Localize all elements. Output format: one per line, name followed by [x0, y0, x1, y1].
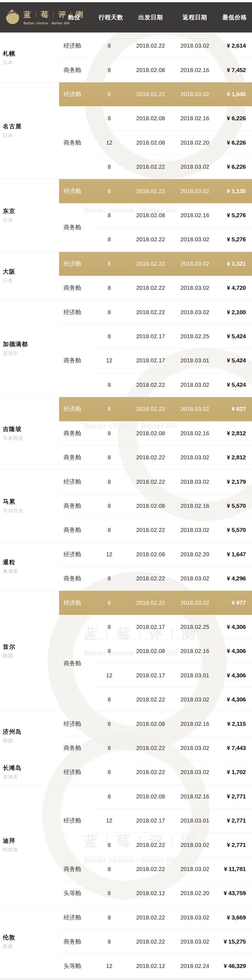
cabin-group-label: 商务舱	[63, 356, 81, 364]
table-row: 82018.02.172018.02.25¥ 4,306	[0, 615, 252, 639]
fare-table: 经济舱82018.02.222018.03.02¥ 2,614商务舱82018.…	[0, 33, 252, 978]
cabin-cell: 商务舱	[63, 502, 81, 510]
footer-strip	[0, 978, 252, 980]
destination-country: 韩国	[3, 653, 16, 659]
trip-days-cell: 8	[108, 600, 111, 606]
cabin-group-label: 商务舱	[63, 659, 81, 667]
depart-date-cell: 2018.02.08	[136, 115, 165, 122]
separator: 丨	[33, 11, 39, 18]
depart-date-cell: 2018.02.22	[136, 164, 165, 170]
trip-days-cell: 8	[108, 624, 111, 630]
price-cell: ¥ 2,812	[227, 454, 246, 461]
price-cell: ¥ 4,296	[227, 575, 246, 582]
depart-date-cell: 2018.02.08	[136, 67, 165, 73]
destination-label: 迪拜阿联酋	[3, 837, 19, 853]
row-divider	[59, 929, 252, 930]
destination-label: 长滩岛菲律宾	[3, 764, 22, 780]
cabin-cell: 商务舱	[63, 744, 81, 752]
trip-days-cell: 8	[108, 939, 111, 945]
table-row: 82018.02.222018.03.02¥ 4,306	[0, 687, 252, 711]
trip-days-cell: 8	[108, 575, 111, 582]
return-date-cell: 2018.02.16	[180, 67, 209, 73]
return-date-cell: 2018.03.02	[180, 260, 209, 267]
depart-date-cell: 2018.02.12	[136, 890, 165, 896]
cabin-cell: 商务舱	[63, 66, 81, 74]
trip-days-cell: 8	[108, 236, 111, 243]
trip-days-cell: 8	[108, 212, 111, 219]
table-row: 经济舱82018.02.222018.03.02¥ 2,179	[0, 469, 252, 493]
cabin-cell: 经济舱	[63, 42, 81, 49]
depart-date-cell: 2018.02.22	[136, 454, 165, 461]
return-date-cell: 2018.02.20	[180, 139, 209, 146]
cabin-cell: 经济舱	[63, 913, 81, 921]
return-date-cell: 2018.03.02	[180, 285, 209, 291]
price-cell: ¥ 5,424	[227, 333, 246, 340]
trip-days-cell: 12	[106, 963, 112, 969]
trip-days-cell: 8	[108, 769, 111, 775]
destination-section: 经济舱82018.02.222018.03.02¥ 1,321商务舱82018.…	[0, 251, 252, 300]
destination-country: 韩国	[3, 738, 22, 744]
price-cell: ¥ 1,647	[227, 551, 246, 558]
trip-days-cell: 8	[108, 890, 111, 896]
price-cell: ¥ 1,135	[227, 188, 246, 194]
cabin-group-label: 经济舱	[63, 817, 81, 824]
destination-city: 东京	[3, 207, 16, 215]
destination-label: 名古屋日本	[3, 123, 22, 139]
return-date-cell: 2018.03.02	[180, 939, 209, 945]
destination-city: 名古屋	[3, 123, 22, 130]
row-divider	[93, 227, 252, 228]
depart-date-cell: 2018.02.22	[136, 769, 165, 775]
return-date-cell: 2018.02.25	[180, 624, 209, 630]
return-date-cell: 2018.03.02	[180, 406, 209, 412]
depart-date-cell: 2018.02.22	[136, 527, 165, 533]
depart-date-cell: 2018.02.17	[136, 333, 165, 340]
price-cell: ¥ 827	[231, 406, 246, 412]
table-row: 商务舱82018.02.222018.03.02¥ 2,812	[0, 445, 252, 469]
row-divider	[59, 615, 252, 615]
table-row: 商务舱82018.02.082018.02.16¥ 2,812	[0, 421, 252, 445]
price-cell: ¥ 7,443	[227, 745, 246, 751]
return-date-cell: 2018.02.25	[180, 333, 209, 340]
destination-country: 阿联酋	[3, 846, 19, 853]
table-row: 经济舱82018.02.222018.03.02¥ 3,669	[0, 905, 252, 929]
row-divider	[59, 881, 252, 881]
return-date-cell: 2018.02.16	[180, 115, 209, 122]
depart-date-cell: 2018.02.22	[136, 478, 165, 485]
destination-label: 暹粒柬埔寨	[3, 558, 19, 574]
depart-date-cell: 2018.02.22	[136, 939, 165, 945]
return-date-cell: 2018.03.02	[180, 309, 209, 315]
table-row: 头等舱82018.02.122018.02.20¥ 43,759	[0, 881, 252, 905]
depart-date-cell: 2018.02.22	[136, 600, 165, 606]
return-date-cell: 2018.03.02	[180, 866, 209, 872]
destination-city: 加德满都	[3, 340, 28, 348]
destination-section: 经济舱82018.02.222018.03.02¥ 3,669商务舱82018.…	[0, 905, 252, 978]
price-cell: ¥ 1,045	[227, 91, 246, 97]
destination-section: 经济舱82018.02.222018.03.02¥ 2,10082018.02.…	[0, 300, 252, 397]
table-row: 82018.02.082018.02.16¥ 6,226	[0, 106, 252, 130]
table-row: 商务舱82018.02.222018.03.02¥ 11,781	[0, 857, 252, 881]
price-cell: ¥ 5,424	[227, 357, 246, 364]
trip-days-cell: 8	[108, 406, 111, 412]
return-date-cell: 2018.02.16	[180, 430, 209, 436]
table-row: 商务舱82018.02.222018.03.02¥ 7,443	[0, 736, 252, 760]
table-row: 82018.02.222018.03.02¥ 6,226	[0, 155, 252, 179]
price-cell: ¥ 2,771	[227, 817, 246, 824]
cabin-cell: 经济舱	[63, 187, 81, 195]
trip-days-cell: 8	[108, 67, 111, 73]
depart-date-cell: 2018.02.17	[136, 624, 165, 630]
cabin-cell: 经济舱	[63, 550, 81, 558]
row-divider	[93, 130, 252, 131]
destination-city: 马累	[3, 498, 24, 506]
row-divider	[59, 736, 252, 736]
cabin-cell: 经济舱	[63, 90, 81, 98]
return-date-cell: 2018.03.01	[180, 818, 209, 824]
depart-date-cell: 2018.02.08	[136, 648, 165, 654]
table-row: 82018.02.172018.02.25¥ 5,424	[0, 324, 252, 348]
destination-country: 菲律宾	[3, 774, 22, 780]
destination-city: 伦敦	[3, 934, 16, 941]
table-row: 经济舱82018.02.222018.03.02¥ 1,321	[0, 251, 252, 276]
destination-country: 尼泊尔	[3, 350, 28, 356]
depart-date-cell: 2018.02.08	[136, 721, 165, 727]
price-cell: ¥ 4,306	[227, 624, 246, 630]
trip-days-cell: 8	[108, 260, 111, 267]
